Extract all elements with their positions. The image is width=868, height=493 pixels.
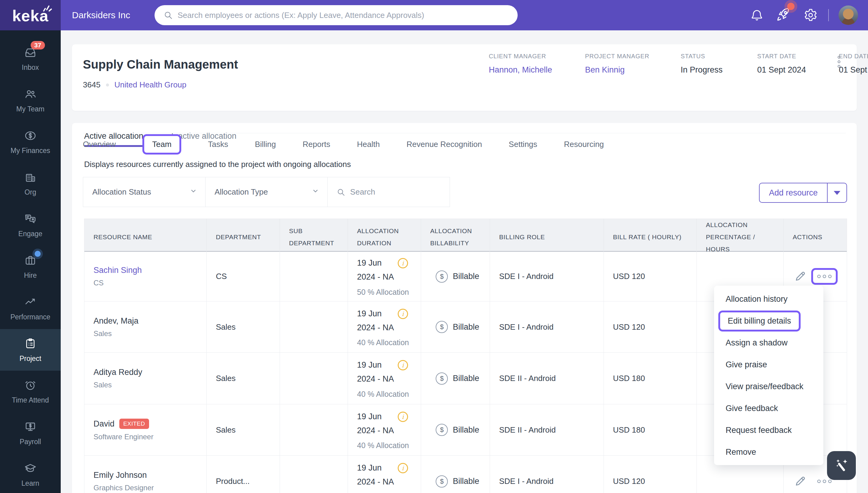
global-search-input[interactable] (178, 10, 508, 20)
sidebar-item-time-attend[interactable]: Time Attend (0, 371, 61, 412)
magic-wand-fab[interactable] (827, 451, 856, 480)
billing-role-value: SDE I - Android (499, 272, 599, 281)
sidebar-item-label: Payroll (20, 438, 41, 446)
project-kebab-menu[interactable] (836, 54, 842, 69)
edit-pencil-icon[interactable] (794, 270, 807, 283)
info-icon[interactable]: i (398, 463, 408, 473)
resource-name[interactable]: David (93, 419, 114, 429)
duration-text: 19 Jun2024 - NA (357, 256, 394, 284)
tab-reports[interactable]: Reports (303, 140, 330, 149)
department-value: Sales (216, 374, 275, 383)
user-avatar[interactable] (839, 5, 858, 25)
menu-item-give-praise[interactable]: Give praise (714, 353, 823, 376)
add-resource-dropdown[interactable] (827, 184, 846, 202)
info-icon[interactable]: i (398, 412, 408, 422)
sidebar-item-my-finances[interactable]: My Finances (0, 121, 61, 163)
allocation-duration-cell: 19 Jun2024 - NAi40 % Allocation (348, 301, 421, 352)
tab-billing[interactable]: Billing (255, 140, 276, 149)
allocation-billability-cell: $Billable (421, 404, 490, 455)
finances-icon (24, 129, 37, 142)
add-resource-button[interactable]: Add resource (759, 183, 847, 203)
sidebar-item-hire[interactable]: Hire (0, 246, 61, 287)
menu-item-give-feedback[interactable]: Give feedback (714, 398, 823, 419)
tab-resourcing[interactable]: Resourcing (564, 140, 604, 149)
inbox-badge: 37 (31, 41, 45, 49)
allocation-type-filter[interactable]: Allocation Type (205, 177, 328, 207)
department-value: CS (216, 272, 275, 281)
field-value[interactable]: Hannon, Michelle (489, 65, 585, 75)
menu-item-remove[interactable]: Remove (714, 441, 823, 463)
field-label: END DATE (839, 53, 868, 60)
field-value[interactable]: Ben Kinnig (585, 65, 681, 75)
menu-item-allocation-history[interactable]: Allocation history (714, 288, 823, 310)
table-search[interactable] (328, 177, 450, 207)
sidebar-item-payroll[interactable]: Payroll (0, 412, 61, 454)
tab-team[interactable]: Team (143, 134, 181, 154)
keka-logo[interactable]: keka (0, 0, 61, 30)
resource-designation: CS (93, 279, 201, 287)
hire-notification-dot (35, 251, 41, 257)
caret-down-icon (834, 191, 840, 195)
sub-department-cell (280, 456, 348, 493)
resource-name[interactable]: Emily Johnson (93, 471, 147, 480)
project-field-status: STATUSIn Progress (681, 53, 757, 75)
duration-text: 19 Jun2024 - NA (357, 307, 394, 335)
resource-name[interactable]: Andev, Maja (93, 316, 138, 326)
column-header-resource-name: RESOURCE NAME (84, 219, 207, 255)
allocation-status-filter[interactable]: Allocation Status (83, 177, 205, 207)
resource-name-cell: DavidEXITEDSoftware Engineer (84, 404, 207, 455)
duration-wrap: 19 Jun2024 - NAi (357, 410, 416, 438)
time-attend-icon (24, 379, 37, 392)
resource-designation: Software Engineer (93, 433, 201, 441)
menu-item-assign-a-shadow[interactable]: Assign a shadow (714, 332, 823, 353)
tab-revenue-recognition[interactable]: Revenue Recognition (407, 140, 482, 149)
sub-department-cell (280, 301, 348, 352)
allocation-status-label: Allocation Status (92, 187, 151, 197)
client-link[interactable]: United Health Group (114, 80, 187, 89)
field-value: 01 Sept 2026 (839, 65, 868, 75)
sidebar-item-my-team[interactable]: My Team (0, 80, 61, 121)
bell-icon (750, 8, 764, 22)
resource-name-cell: Andev, MajaSales (84, 301, 207, 352)
menu-item-view-praise-feedback[interactable]: View praise/feedback (714, 376, 823, 398)
edit-pencil-icon[interactable] (794, 474, 807, 489)
global-search[interactable] (154, 5, 518, 25)
tab-tasks[interactable]: Tasks (208, 140, 228, 149)
info-icon[interactable]: i (398, 258, 408, 269)
sidebar-item-performance[interactable]: Performance (0, 287, 61, 329)
whats-new-button[interactable] (774, 0, 793, 30)
duration-wrap: 19 Jun2024 - NAi (357, 358, 416, 386)
allocation-duration-cell: 19 Jun2024 - NAi20 % Allocation (348, 456, 421, 493)
billing-role-value: SDE I - Android (499, 477, 599, 486)
sidebar-item-engage[interactable]: Engage (0, 204, 61, 246)
sidebar-item-project[interactable]: Project (0, 329, 61, 371)
topbar-divider (828, 9, 829, 21)
menu-item-request-feedback[interactable]: Request feedback (714, 419, 823, 441)
sidebar-item-label: Org (25, 188, 36, 196)
tab-settings[interactable]: Settings (509, 140, 537, 149)
sidebar-item-org[interactable]: Org (0, 163, 61, 204)
info-icon[interactable]: i (398, 360, 408, 370)
billability-label: Billable (453, 322, 479, 332)
tab-health[interactable]: Health (357, 140, 380, 149)
hire-icon (24, 254, 37, 267)
tab-overview[interactable]: Overview (83, 140, 116, 149)
resource-name[interactable]: Sachin Singh (93, 265, 142, 275)
team-icon (24, 87, 37, 101)
info-icon[interactable]: i (398, 309, 408, 319)
row-menu-button[interactable] (811, 268, 838, 285)
notifications-button[interactable] (748, 0, 766, 30)
sidebar-item-inbox[interactable]: 37 Inbox (0, 38, 61, 80)
project-subtitle: 3645 United Health Group (83, 80, 187, 89)
resource-name-cell: Aditya ReddySales (84, 353, 207, 404)
menu-item-edit-billing-details[interactable]: Edit billing details (714, 310, 823, 332)
settings-button[interactable] (802, 0, 820, 30)
billability-label: Billable (453, 272, 479, 281)
table-search-input[interactable] (350, 187, 423, 197)
field-label: START DATE (757, 53, 839, 60)
bill-rate-cell: USD 120 (604, 252, 697, 301)
resource-name[interactable]: Aditya Reddy (93, 368, 143, 377)
sidebar-item-learn[interactable]: Learn (0, 454, 61, 493)
bill-rate-cell: USD 180 (604, 353, 697, 404)
sub-department-cell (280, 404, 348, 455)
